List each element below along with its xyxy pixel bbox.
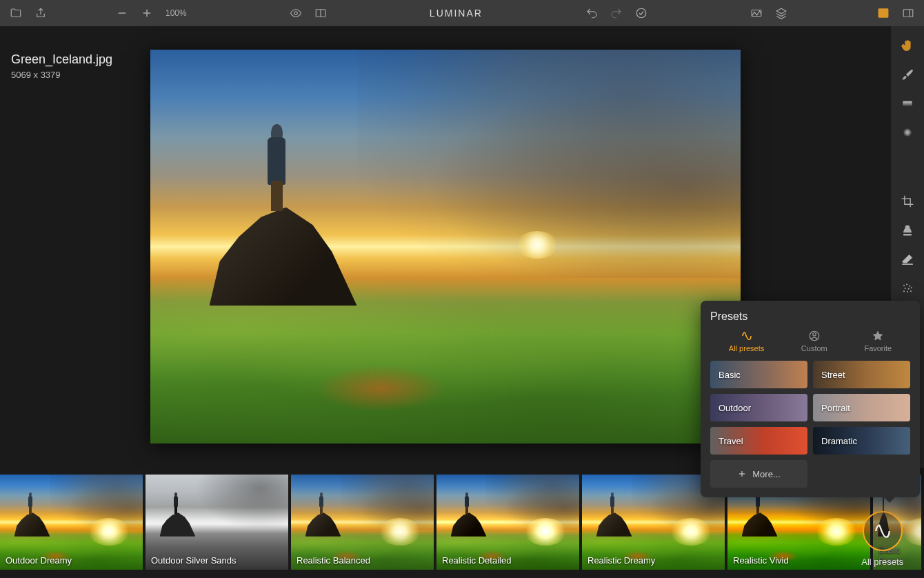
crop-tool-icon[interactable]: [901, 195, 914, 211]
preset-category-travel[interactable]: Travel: [710, 427, 807, 455]
presets-tab-custom-label: Custom: [801, 344, 827, 352]
svg-rect-8: [878, 9, 888, 17]
presets-more-button[interactable]: More...: [710, 460, 807, 488]
hand-tool-icon[interactable]: [901, 39, 914, 55]
svg-point-15: [903, 128, 912, 137]
gradient-tool-icon[interactable]: [901, 97, 914, 113]
brush-tool-icon[interactable]: [901, 68, 914, 84]
main-area: Green_Iceland.jpg 5069 x 3379: [0, 26, 924, 468]
presets-panel: Presets All presets Custom Favorite Basi…: [701, 301, 920, 497]
preset-category-portrait[interactable]: Portrait: [813, 394, 910, 421]
all-presets-label: All presets: [861, 557, 903, 567]
presets-panel-title: Presets: [710, 310, 910, 323]
clone-stamp-tool-icon[interactable]: [901, 223, 914, 240]
presets-tab-favorite-label: Favorite: [864, 344, 892, 352]
file-info: Green_Iceland.jpg 5069 x 3379: [11, 52, 112, 80]
top-toolbar: 100% LUMINAR: [0, 0, 924, 26]
svg-point-23: [907, 291, 908, 292]
svg-point-16: [903, 285, 905, 286]
presets-tabs: All presets Custom Favorite: [710, 330, 910, 352]
svg-rect-14: [903, 101, 912, 106]
preset-category-dramatic[interactable]: Dramatic: [813, 427, 910, 455]
svg-point-6: [636, 8, 646, 18]
app-title: LUMINAR: [430, 8, 483, 19]
presets-tab-custom[interactable]: Custom: [801, 330, 827, 352]
preset-category-street[interactable]: Street: [813, 361, 910, 388]
zoom-in-icon[interactable]: [141, 7, 153, 19]
layers-icon[interactable]: [775, 7, 787, 19]
all-presets-circle[interactable]: [863, 511, 903, 551]
svg-point-20: [908, 288, 910, 290]
preset-thumb-outdoor-silver-sands[interactable]: Outdoor Silver Sands: [145, 475, 288, 570]
compare-split-icon[interactable]: [314, 7, 327, 19]
main-photo[interactable]: [150, 50, 741, 444]
preset-thumb-realistic-detailed[interactable]: Realistic Detailed: [436, 475, 579, 570]
zoom-out-icon[interactable]: [116, 7, 128, 19]
svg-point-28: [813, 333, 816, 337]
radial-tool-icon[interactable]: [901, 126, 914, 142]
svg-rect-12: [903, 10, 913, 17]
svg-point-19: [905, 288, 906, 289]
histogram-icon[interactable]: [750, 7, 763, 19]
presets-tab-favorite[interactable]: Favorite: [864, 330, 892, 352]
preset-thumb-label: Outdoor Silver Sands: [151, 555, 237, 566]
denoise-tool-icon[interactable]: [901, 281, 914, 298]
preset-thumb-realistic-balanced[interactable]: Realistic Balanced: [291, 475, 434, 570]
undo-icon[interactable]: [585, 7, 598, 19]
side-panel-toggle-icon[interactable]: [902, 7, 914, 19]
eraser-tool-icon[interactable]: [901, 252, 914, 269]
presets-tab-all[interactable]: All presets: [729, 330, 764, 352]
svg-point-18: [909, 286, 910, 287]
preset-thumb-label: Realistic Balanced: [297, 555, 370, 566]
presets-more-label: More...: [752, 469, 780, 479]
svg-point-17: [906, 283, 907, 285]
svg-point-22: [903, 290, 905, 292]
preset-category-outdoor[interactable]: Outdoor: [710, 394, 807, 421]
open-folder-icon[interactable]: [10, 7, 22, 19]
preset-thumb-label: Realistic Dreamy: [587, 555, 655, 566]
presets-categories-grid: Basic Street Outdoor Portrait Travel Dra…: [710, 361, 910, 488]
preview-eye-icon[interactable]: [290, 7, 302, 19]
share-icon[interactable]: [34, 7, 47, 19]
preset-thumb-label: Outdoor Dreamy: [6, 555, 72, 566]
all-presets-button[interactable]: All presets: [861, 511, 903, 567]
presets-tab-all-label: All presets: [729, 344, 764, 352]
presets-panel-toggle-icon[interactable]: [877, 7, 890, 19]
history-check-icon[interactable]: [635, 7, 647, 19]
redo-icon[interactable]: [610, 7, 623, 19]
preset-category-basic[interactable]: Basic: [710, 361, 807, 388]
preset-thumb-label: Realistic Vivid: [733, 555, 789, 566]
preset-thumb-label: Realistic Detailed: [442, 555, 511, 566]
svg-point-24: [910, 290, 912, 292]
file-dimensions: 5069 x 3379: [11, 70, 112, 80]
svg-point-3: [294, 12, 298, 15]
svg-point-21: [911, 287, 912, 288]
zoom-level-label[interactable]: 100%: [165, 8, 187, 18]
preset-thumb-outdoor-dreamy[interactable]: Outdoor Dreamy: [0, 475, 143, 570]
file-name: Green_Iceland.jpg: [11, 52, 112, 67]
